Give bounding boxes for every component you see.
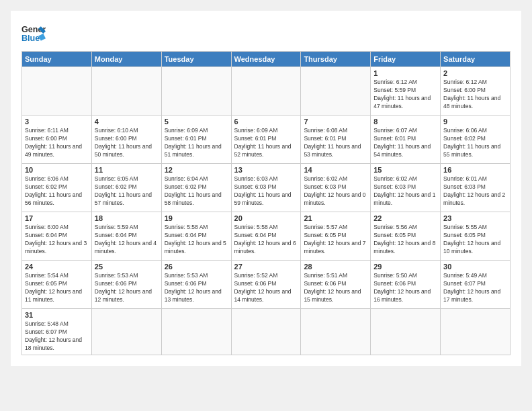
day-cell [441, 309, 511, 355]
calendar-header: SundayMondayTuesdayWednesdayThursdayFrid… [22, 52, 511, 67]
day-info: Sunrise: 5:57 AM Sunset: 6:05 PM Dayligh… [304, 224, 367, 256]
day-cell: 2Sunrise: 6:12 AM Sunset: 6:00 PM Daylig… [441, 67, 511, 116]
day-cell: 27Sunrise: 5:52 AM Sunset: 6:06 PM Dayli… [231, 261, 301, 309]
day-cell: 18Sunrise: 5:59 AM Sunset: 6:04 PM Dayli… [91, 212, 161, 261]
day-info: Sunrise: 6:00 AM Sunset: 6:04 PM Dayligh… [25, 224, 89, 256]
day-cell: 17Sunrise: 6:00 AM Sunset: 6:04 PM Dayli… [22, 212, 92, 261]
day-cell: 9Sunrise: 6:06 AM Sunset: 6:02 PM Daylig… [441, 116, 511, 164]
day-number: 10 [25, 166, 89, 174]
week-row-3: 17Sunrise: 6:00 AM Sunset: 6:04 PM Dayli… [22, 212, 511, 261]
day-cell: 11Sunrise: 6:05 AM Sunset: 6:02 PM Dayli… [91, 164, 161, 212]
day-cell [91, 67, 161, 116]
day-cell: 13Sunrise: 6:03 AM Sunset: 6:03 PM Dayli… [231, 164, 301, 212]
day-info: Sunrise: 5:58 AM Sunset: 6:04 PM Dayligh… [234, 224, 298, 256]
day-cell [231, 309, 301, 355]
day-info: Sunrise: 6:09 AM Sunset: 6:01 PM Dayligh… [234, 127, 298, 159]
week-row-4: 24Sunrise: 5:54 AM Sunset: 6:05 PM Dayli… [22, 261, 511, 309]
day-cell: 16Sunrise: 6:01 AM Sunset: 6:03 PM Dayli… [441, 164, 511, 212]
day-info: Sunrise: 6:04 AM Sunset: 6:02 PM Dayligh… [165, 175, 228, 208]
day-number: 4 [95, 118, 159, 126]
day-cell: 24Sunrise: 5:54 AM Sunset: 6:05 PM Dayli… [22, 261, 92, 309]
day-cell [301, 67, 371, 116]
week-row-1: 3Sunrise: 6:11 AM Sunset: 6:00 PM Daylig… [22, 116, 511, 164]
day-info: Sunrise: 5:56 AM Sunset: 6:05 PM Dayligh… [373, 224, 437, 256]
day-number: 24 [25, 263, 89, 271]
day-info: Sunrise: 5:53 AM Sunset: 6:06 PM Dayligh… [95, 272, 159, 304]
day-number: 3 [25, 118, 89, 126]
day-number: 16 [443, 166, 507, 174]
day-cell: 30Sunrise: 5:49 AM Sunset: 6:07 PM Dayli… [441, 261, 511, 309]
week-row-0: 1Sunrise: 6:12 AM Sunset: 5:59 PM Daylig… [22, 67, 511, 116]
day-info: Sunrise: 6:03 AM Sunset: 6:03 PM Dayligh… [234, 175, 298, 208]
day-cell [231, 67, 301, 116]
day-cell: 8Sunrise: 6:07 AM Sunset: 6:01 PM Daylig… [371, 116, 441, 164]
header: General Blue [21, 21, 511, 46]
weekday-header-wednesday: Wednesday [231, 52, 301, 67]
day-info: Sunrise: 6:05 AM Sunset: 6:02 PM Dayligh… [95, 175, 159, 208]
day-cell: 5Sunrise: 6:09 AM Sunset: 6:01 PM Daylig… [161, 116, 231, 164]
day-cell: 28Sunrise: 5:51 AM Sunset: 6:06 PM Dayli… [301, 261, 371, 309]
day-info: Sunrise: 5:58 AM Sunset: 6:04 PM Dayligh… [165, 224, 228, 256]
day-number: 17 [25, 214, 89, 222]
day-cell [161, 309, 231, 355]
day-info: Sunrise: 5:59 AM Sunset: 6:04 PM Dayligh… [95, 224, 159, 256]
day-cell: 12Sunrise: 6:04 AM Sunset: 6:02 PM Dayli… [161, 164, 231, 212]
weekday-header-thursday: Thursday [301, 52, 371, 67]
weekday-row: SundayMondayTuesdayWednesdayThursdayFrid… [22, 52, 511, 67]
calendar-body: 1Sunrise: 6:12 AM Sunset: 5:59 PM Daylig… [22, 67, 511, 355]
day-number: 18 [95, 214, 159, 222]
day-number: 31 [25, 311, 89, 319]
day-info: Sunrise: 6:11 AM Sunset: 6:00 PM Dayligh… [25, 127, 89, 159]
day-info: Sunrise: 6:12 AM Sunset: 6:00 PM Dayligh… [443, 79, 507, 111]
day-info: Sunrise: 5:55 AM Sunset: 6:05 PM Dayligh… [443, 224, 507, 256]
day-cell: 26Sunrise: 5:53 AM Sunset: 6:06 PM Dayli… [161, 261, 231, 309]
day-info: Sunrise: 5:54 AM Sunset: 6:05 PM Dayligh… [25, 272, 89, 304]
week-row-5: 31Sunrise: 5:48 AM Sunset: 6:07 PM Dayli… [22, 309, 511, 355]
week-row-2: 10Sunrise: 6:06 AM Sunset: 6:02 PM Dayli… [22, 164, 511, 212]
logo: General Blue [21, 21, 46, 46]
calendar: SundayMondayTuesdayWednesdayThursdayFrid… [21, 51, 511, 355]
day-number: 28 [304, 263, 367, 271]
day-number: 2 [443, 69, 507, 77]
day-cell: 21Sunrise: 5:57 AM Sunset: 6:05 PM Dayli… [301, 212, 371, 261]
day-info: Sunrise: 6:02 AM Sunset: 6:03 PM Dayligh… [304, 175, 367, 208]
day-cell: 1Sunrise: 6:12 AM Sunset: 5:59 PM Daylig… [371, 67, 441, 116]
day-info: Sunrise: 6:09 AM Sunset: 6:01 PM Dayligh… [165, 127, 228, 159]
day-cell: 22Sunrise: 5:56 AM Sunset: 6:05 PM Dayli… [371, 212, 441, 261]
day-number: 26 [165, 263, 228, 271]
day-number: 20 [234, 214, 298, 222]
day-number: 22 [373, 214, 437, 222]
weekday-header-monday: Monday [91, 52, 161, 67]
day-info: Sunrise: 5:51 AM Sunset: 6:06 PM Dayligh… [304, 272, 367, 304]
day-number: 8 [373, 118, 437, 126]
day-info: Sunrise: 6:08 AM Sunset: 6:01 PM Dayligh… [304, 127, 367, 159]
day-cell [371, 309, 441, 355]
day-cell: 7Sunrise: 6:08 AM Sunset: 6:01 PM Daylig… [301, 116, 371, 164]
day-info: Sunrise: 5:52 AM Sunset: 6:06 PM Dayligh… [234, 272, 298, 304]
day-number: 12 [165, 166, 228, 174]
day-number: 23 [443, 214, 507, 222]
day-cell: 10Sunrise: 6:06 AM Sunset: 6:02 PM Dayli… [22, 164, 92, 212]
day-info: Sunrise: 6:02 AM Sunset: 6:03 PM Dayligh… [373, 175, 437, 208]
day-cell: 3Sunrise: 6:11 AM Sunset: 6:00 PM Daylig… [22, 116, 92, 164]
day-info: Sunrise: 6:06 AM Sunset: 6:02 PM Dayligh… [25, 175, 89, 208]
page: General Blue SundayMondayTuesdayWednesda… [11, 11, 521, 366]
day-cell: 20Sunrise: 5:58 AM Sunset: 6:04 PM Dayli… [231, 212, 301, 261]
day-info: Sunrise: 6:10 AM Sunset: 6:00 PM Dayligh… [95, 127, 159, 159]
day-number: 1 [373, 69, 437, 77]
day-cell [22, 67, 92, 116]
day-cell: 4Sunrise: 6:10 AM Sunset: 6:00 PM Daylig… [91, 116, 161, 164]
svg-text:Blue: Blue [21, 34, 40, 43]
day-cell: 25Sunrise: 5:53 AM Sunset: 6:06 PM Dayli… [91, 261, 161, 309]
day-number: 21 [304, 214, 367, 222]
day-number: 13 [234, 166, 298, 174]
day-info: Sunrise: 5:53 AM Sunset: 6:06 PM Dayligh… [165, 272, 228, 304]
day-number: 14 [304, 166, 367, 174]
day-number: 7 [304, 118, 367, 126]
day-info: Sunrise: 6:01 AM Sunset: 6:03 PM Dayligh… [443, 175, 507, 208]
day-cell: 23Sunrise: 5:55 AM Sunset: 6:05 PM Dayli… [441, 212, 511, 261]
day-cell [301, 309, 371, 355]
weekday-header-saturday: Saturday [441, 52, 511, 67]
day-cell [161, 67, 231, 116]
day-cell: 19Sunrise: 5:58 AM Sunset: 6:04 PM Dayli… [161, 212, 231, 261]
